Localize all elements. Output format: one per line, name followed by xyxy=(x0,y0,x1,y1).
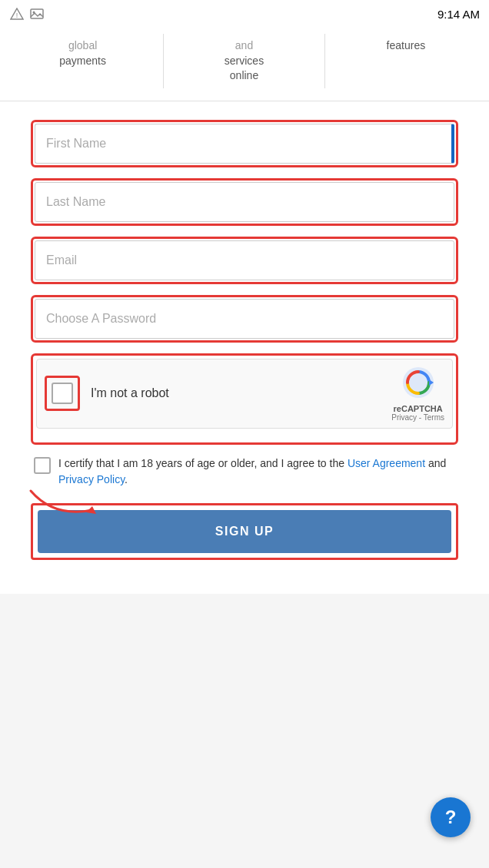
recaptcha-inner: I'm not a robot reCAPTCHA Privacy - Term… xyxy=(45,366,444,422)
feature-col-1: global payments xyxy=(2,34,164,88)
recaptcha-checkbox[interactable] xyxy=(52,383,73,404)
first-name-field-wrapper xyxy=(31,120,458,167)
recaptcha-left: I'm not a robot xyxy=(45,376,169,411)
recaptcha-label: I'm not a robot xyxy=(91,386,169,400)
privacy-policy-link[interactable]: Privacy Policy xyxy=(58,473,125,485)
last-name-field-wrapper xyxy=(31,178,458,226)
feature-col2-top: and xyxy=(170,38,318,54)
svg-rect-2 xyxy=(31,9,43,18)
last-name-input[interactable] xyxy=(35,182,454,222)
age-cert-row: I certify that I am 18 years of age or o… xyxy=(31,456,458,488)
age-cert-text: I certify that I am 18 years of age or o… xyxy=(58,456,455,488)
features-section: global payments and servicesonline featu… xyxy=(0,28,489,101)
feature-col-3: features xyxy=(325,34,487,88)
recaptcha-logo-icon xyxy=(401,366,435,399)
feature-col3-bottom: features xyxy=(331,38,481,54)
feature-col1-top: global xyxy=(8,38,157,54)
feature-col-2: and servicesonline xyxy=(164,34,325,88)
cert-and: and xyxy=(425,457,446,469)
feature-col2-bottom: servicesonline xyxy=(170,54,318,84)
email-field-wrapper xyxy=(31,237,458,284)
status-icons-left: ! xyxy=(9,6,45,22)
first-name-input[interactable] xyxy=(35,124,454,164)
recaptcha-container: I'm not a robot reCAPTCHA Privacy - Term… xyxy=(36,359,453,429)
password-field-wrapper xyxy=(31,295,458,343)
warning-icon: ! xyxy=(9,6,25,22)
cert-text-before: I certify that I am 18 years of age or o… xyxy=(58,457,348,469)
recaptcha-checkbox-highlight xyxy=(45,376,80,411)
help-button[interactable]: ? xyxy=(431,797,471,837)
signup-button[interactable]: SIGN UP xyxy=(38,510,451,553)
status-time: 9:14 AM xyxy=(437,8,480,21)
user-agreement-link[interactable]: User Agreement xyxy=(348,457,425,469)
signup-button-wrapper: SIGN UP xyxy=(31,503,458,560)
age-cert-checkbox[interactable] xyxy=(34,457,51,474)
feature-col1-bottom: payments xyxy=(8,54,157,69)
recaptcha-right: reCAPTCHA Privacy - Terms xyxy=(391,366,444,422)
cert-period: . xyxy=(125,473,128,485)
password-input[interactable] xyxy=(35,299,454,339)
image-icon xyxy=(29,6,45,22)
recaptcha-links: Privacy - Terms xyxy=(391,413,444,422)
svg-text:!: ! xyxy=(16,12,18,19)
email-input[interactable] xyxy=(35,240,454,280)
status-bar: ! 9:14 AM xyxy=(0,0,489,28)
recaptcha-brand-label: reCAPTCHA xyxy=(391,404,444,413)
recaptcha-wrapper: I'm not a robot reCAPTCHA Privacy - Term… xyxy=(31,353,458,445)
form-container: I'm not a robot reCAPTCHA Privacy - Term… xyxy=(0,101,489,594)
